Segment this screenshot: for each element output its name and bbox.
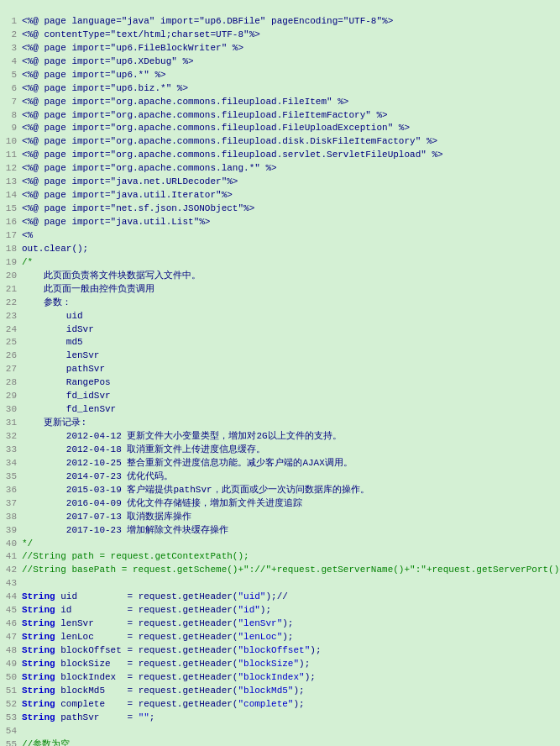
line-number: 38 bbox=[3, 511, 22, 524]
table-row: 29 fd_idSvr bbox=[3, 390, 557, 403]
line-number: 53 bbox=[3, 712, 22, 725]
line-content: String lenSvr = request.getHeader("lenSv… bbox=[22, 617, 557, 631]
table-row: 16<%@ page import="java.util.List"%> bbox=[3, 216, 557, 229]
table-row: 34 2012-10-25 整合重新文件进度信息功能。减少客户端的AJAX调用。 bbox=[3, 457, 557, 470]
line-number: 7 bbox=[3, 96, 22, 109]
table-row: 27 pathSvr bbox=[3, 363, 557, 376]
line-number: 49 bbox=[3, 658, 22, 671]
line-number: 26 bbox=[3, 349, 22, 363]
table-row: 4<%@ page import="up6.XDebug" %> bbox=[3, 55, 557, 69]
line-number: 48 bbox=[3, 644, 22, 658]
line-number: 20 bbox=[3, 270, 22, 283]
line-number: 51 bbox=[3, 685, 22, 698]
line-content: <%@ page import="java.util.Iterator"%> bbox=[22, 189, 557, 202]
table-row: 37 2016-04-09 优化文件存储链接，增加新文件关进度追踪 bbox=[3, 497, 557, 511]
line-content: <%@ page import="org.apache.commons.file… bbox=[22, 109, 557, 123]
table-row: 2<%@ contentType="text/html;charset=UTF-… bbox=[3, 29, 557, 42]
line-content: 参数： bbox=[22, 297, 557, 310]
line-number: 55 bbox=[3, 738, 22, 746]
line-content: <%@ page import="org.apache.commons.file… bbox=[22, 122, 557, 135]
line-number: 1 bbox=[3, 15, 22, 29]
table-row: 12<%@ page import="org.apache.commons.la… bbox=[3, 162, 557, 176]
line-number: 29 bbox=[3, 390, 22, 403]
table-row: 51String blockMd5 = request.getHeader("b… bbox=[3, 685, 557, 698]
line-content: 此页面负责将文件块数据写入文件中。 bbox=[22, 270, 557, 283]
line-number: 10 bbox=[3, 135, 22, 149]
line-content: */ bbox=[22, 538, 557, 551]
line-content: 2012-10-25 整合重新文件进度信息功能。减少客户端的AJAX调用。 bbox=[22, 457, 557, 470]
line-content: <%@ page import="org.apache.commons.file… bbox=[22, 149, 557, 162]
line-number: 41 bbox=[3, 550, 22, 564]
table-row: 17<% bbox=[3, 229, 557, 243]
table-row: 30 fd_lenSvr bbox=[3, 403, 557, 417]
table-row: 14<%@ page import="java.util.Iterator"%> bbox=[3, 189, 557, 202]
line-number: 5 bbox=[3, 69, 22, 82]
line-number: 19 bbox=[3, 256, 22, 270]
line-number: 39 bbox=[3, 524, 22, 538]
line-number: 54 bbox=[3, 725, 22, 738]
table-row: 13<%@ page import="java.net.URLDecoder"%… bbox=[3, 176, 557, 189]
table-row: 8<%@ page import="org.apache.commons.fil… bbox=[3, 109, 557, 123]
line-content: /* bbox=[22, 256, 557, 270]
table-row: 5<%@ page import="up6.*" %> bbox=[3, 69, 557, 82]
line-number: 8 bbox=[3, 109, 22, 123]
line-number: 23 bbox=[3, 310, 22, 323]
table-row: 19/* bbox=[3, 256, 557, 270]
table-row: 26 lenSvr bbox=[3, 349, 557, 363]
line-number: 2 bbox=[3, 29, 22, 42]
line-content: fd_idSvr bbox=[22, 390, 557, 403]
table-row: 53String pathSvr = ""; bbox=[3, 712, 557, 725]
table-row: 44String uid = request.getHeader("uid");… bbox=[3, 591, 557, 604]
line-content: String complete = request.getHeader("com… bbox=[22, 698, 557, 712]
line-number: 43 bbox=[3, 577, 22, 591]
line-number: 12 bbox=[3, 162, 22, 176]
table-row: 43 bbox=[3, 577, 557, 591]
line-number: 45 bbox=[3, 604, 22, 617]
table-row: 40*/ bbox=[3, 538, 557, 551]
table-row: 28 RangePos bbox=[3, 376, 557, 390]
line-number: 27 bbox=[3, 363, 22, 376]
line-content: String pathSvr = ""; bbox=[22, 712, 557, 725]
line-content: <%@ page import="java.net.URLDecoder"%> bbox=[22, 176, 557, 189]
table-row: 50String blockIndex = request.getHeader(… bbox=[3, 671, 557, 685]
line-content: RangePos bbox=[22, 376, 557, 390]
line-content: //String path = request.getContextPath()… bbox=[22, 550, 557, 564]
table-row: 10<%@ page import="org.apache.commons.fi… bbox=[3, 135, 557, 149]
table-row: 1<%@ page language="java" import="up6.DB… bbox=[3, 15, 557, 29]
table-row: 42//String basePath = request.getScheme(… bbox=[3, 564, 557, 577]
line-content: <%@ page import="up6.FileBlockWriter" %> bbox=[22, 42, 557, 55]
line-number: 37 bbox=[3, 497, 22, 511]
table-row: 11<%@ page import="org.apache.commons.fi… bbox=[3, 149, 557, 162]
line-number: 6 bbox=[3, 82, 22, 96]
line-number: 50 bbox=[3, 671, 22, 685]
line-number: 21 bbox=[3, 283, 22, 297]
line-number: 30 bbox=[3, 403, 22, 417]
line-number: 28 bbox=[3, 376, 22, 390]
table-row: 39 2017-10-23 增加解除文件块缓存操作 bbox=[3, 524, 557, 538]
line-content: //参数为空 bbox=[22, 738, 557, 746]
line-content: <%@ page import="org.apache.commons.lang… bbox=[22, 162, 557, 176]
table-row: 7<%@ page import="org.apache.commons.fil… bbox=[3, 96, 557, 109]
table-row: 9<%@ page import="org.apache.commons.fil… bbox=[3, 122, 557, 135]
line-number: 52 bbox=[3, 698, 22, 712]
line-number: 40 bbox=[3, 538, 22, 551]
line-number: 42 bbox=[3, 564, 22, 577]
table-row: 24 idSvr bbox=[3, 323, 557, 337]
line-content: <%@ page import="up6.biz.*" %> bbox=[22, 82, 557, 96]
line-content: fd_lenSvr bbox=[22, 403, 557, 417]
table-row: 38 2017-07-13 取消数据库操作 bbox=[3, 511, 557, 524]
table-row: 21 此页面一般由控件负责调用 bbox=[3, 283, 557, 297]
line-content: <% bbox=[22, 229, 557, 243]
table-row: 20 此页面负责将文件块数据写入文件中。 bbox=[3, 270, 557, 283]
table-row: 33 2012-04-18 取消重新文件上传进度信息缓存。 bbox=[3, 444, 557, 457]
table-row: 41//String path = request.getContextPath… bbox=[3, 550, 557, 564]
line-number: 22 bbox=[3, 297, 22, 310]
line-content bbox=[22, 725, 557, 738]
line-number: 25 bbox=[3, 336, 22, 349]
line-content: <%@ page import="net.sf.json.JSONObject"… bbox=[22, 202, 557, 216]
line-number: 13 bbox=[3, 176, 22, 189]
table-row: 55//参数为空 bbox=[3, 738, 557, 746]
line-content: String lenLoc = request.getHeader("lenLo… bbox=[22, 631, 557, 644]
line-number: 18 bbox=[3, 243, 22, 256]
line-content: 2012-04-12 更新文件大小变量类型，增加对2G以上文件的支持。 bbox=[22, 430, 557, 444]
